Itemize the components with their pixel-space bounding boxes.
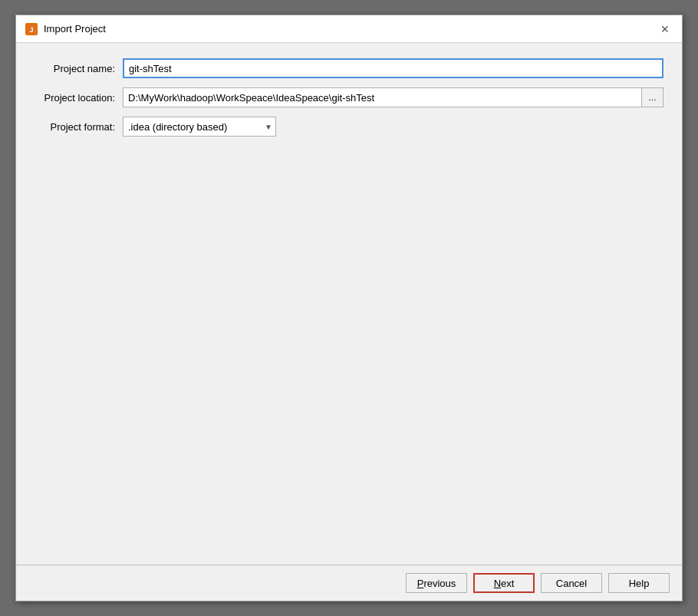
svg-text:J: J <box>29 26 33 34</box>
title-bar-left: J Import Project <box>25 23 106 35</box>
app-icon: J <box>25 23 38 35</box>
dialog-content: Project name: Project location: ... Proj… <box>16 43 682 565</box>
title-bar: J Import Project ✕ <box>16 15 682 43</box>
browse-button[interactable]: ... <box>642 87 663 107</box>
cancel-button-label: Cancel <box>556 578 587 589</box>
project-name-row: Project name: <box>35 58 663 78</box>
project-location-input[interactable] <box>123 87 642 107</box>
project-format-label: Project format: <box>35 121 123 133</box>
project-name-input[interactable] <box>123 58 663 78</box>
project-format-select-wrapper: .idea (directory based) .ipr (file based… <box>123 117 276 137</box>
project-location-field-group: ... <box>123 87 663 107</box>
project-name-label: Project name: <box>35 63 123 74</box>
import-project-dialog: J Import Project ✕ Project name: Project… <box>15 15 683 601</box>
help-button-label: Help <box>629 578 650 589</box>
previous-button-label: Previous <box>417 578 456 589</box>
next-button-label: Next <box>494 578 515 589</box>
dialog-footer: Previous Next Cancel Help <box>16 565 682 601</box>
project-location-row: Project location: ... <box>35 87 663 107</box>
help-button[interactable]: Help <box>608 573 670 593</box>
dialog-title: Import Project <box>44 23 106 35</box>
next-button[interactable]: Next <box>473 573 535 593</box>
cancel-button[interactable]: Cancel <box>541 573 602 593</box>
project-format-select[interactable]: .idea (directory based) .ipr (file based… <box>123 117 275 136</box>
previous-button[interactable]: Previous <box>406 573 467 593</box>
close-button[interactable]: ✕ <box>657 21 673 37</box>
project-location-label: Project location: <box>35 92 123 104</box>
project-format-row: Project format: .idea (directory based) … <box>35 117 663 137</box>
